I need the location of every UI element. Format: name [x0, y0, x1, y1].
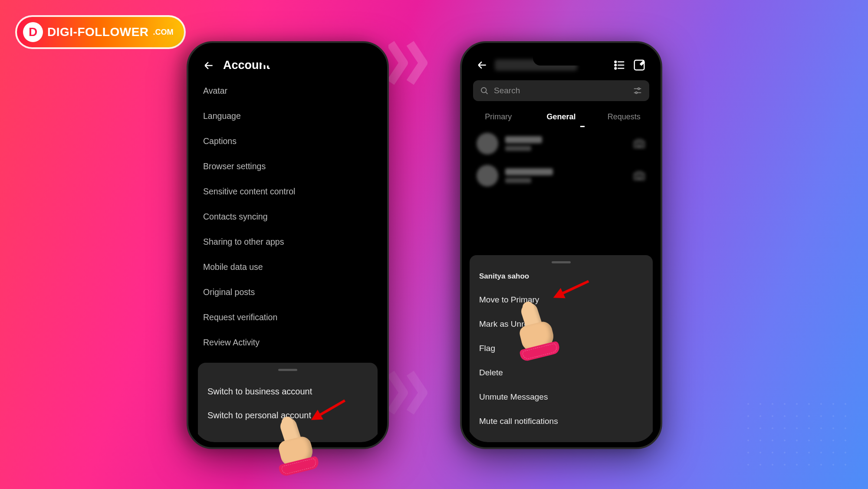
username-title-blurred	[495, 59, 577, 71]
camera-icon[interactable]	[633, 137, 646, 150]
svg-line-16	[562, 281, 589, 294]
svg-point-13	[637, 174, 641, 178]
logo-letter-icon: D	[23, 22, 43, 42]
setting-sharing-apps[interactable]: Sharing to other apps	[203, 229, 372, 254]
setting-original-posts[interactable]: Original posts	[203, 279, 372, 305]
settings-list: Avatar Language Captions Browser setting…	[194, 78, 382, 355]
tab-requests[interactable]: Requests	[592, 108, 655, 126]
phone-mockup-account-settings: Account Avatar Language Captions Browser…	[187, 41, 389, 449]
screen-header: Account	[194, 48, 382, 78]
svg-point-9	[638, 88, 640, 89]
dot-pattern-decoration	[742, 398, 855, 476]
svg-point-12	[637, 142, 641, 146]
tab-primary[interactable]: Primary	[467, 108, 530, 126]
svg-point-0	[615, 61, 616, 63]
page-title: Account	[223, 59, 270, 72]
chevron-decoration	[388, 369, 436, 418]
conversation-row[interactable]	[467, 128, 655, 160]
svg-point-11	[635, 92, 637, 94]
phone-mockup-dm-inbox: Search Primary General Requests Sanitya …	[460, 41, 662, 449]
tab-general[interactable]: General	[530, 108, 593, 126]
pointing-hand-annotation	[516, 299, 569, 364]
svg-point-7	[481, 88, 487, 93]
sheet-handle-icon[interactable]	[278, 369, 297, 371]
search-input[interactable]: Search	[473, 80, 649, 101]
setting-request-verification[interactable]: Request verification	[203, 305, 372, 330]
list-filter-icon[interactable]	[613, 59, 626, 72]
camera-icon[interactable]	[633, 169, 646, 182]
compose-icon[interactable]	[633, 59, 646, 72]
inbox-tabs: Primary General Requests	[467, 105, 655, 128]
back-arrow-icon[interactable]	[203, 60, 214, 71]
unmute-messages-button[interactable]: Unmute Messages	[479, 385, 643, 409]
setting-browser[interactable]: Browser settings	[203, 154, 372, 179]
setting-review-activity[interactable]: Review Activity	[203, 330, 372, 355]
search-placeholder: Search	[494, 86, 628, 95]
svg-line-14	[319, 400, 345, 415]
chevron-decoration	[388, 39, 436, 89]
screen-header	[467, 48, 655, 78]
conversation-row[interactable]	[467, 160, 655, 192]
avatar	[477, 133, 498, 154]
setting-avatar[interactable]: Avatar	[203, 78, 372, 103]
search-icon	[480, 86, 489, 95]
setting-sensitive-content[interactable]: Sensitive content control	[203, 179, 372, 204]
back-arrow-icon[interactable]	[477, 59, 488, 71]
svg-point-2	[615, 64, 616, 66]
setting-mobile-data[interactable]: Mobile data use	[203, 254, 372, 279]
pointing-hand-annotation	[276, 414, 328, 479]
setting-language[interactable]: Language	[203, 103, 372, 128]
brand-logo: D DIGI-FOLLOWER.COM	[15, 15, 186, 49]
mute-call-notifications-button[interactable]: Mute call notifications	[479, 409, 643, 433]
filter-sliders-icon[interactable]	[633, 86, 642, 95]
logo-sub-text: .COM	[153, 28, 174, 37]
avatar	[477, 165, 498, 187]
sheet-handle-icon[interactable]	[552, 261, 571, 263]
setting-contacts-syncing[interactable]: Contacts syncing	[203, 204, 372, 229]
logo-main-text: DIGI-FOLLOWER	[47, 25, 149, 39]
svg-point-4	[615, 68, 616, 69]
setting-captions[interactable]: Captions	[203, 128, 372, 154]
